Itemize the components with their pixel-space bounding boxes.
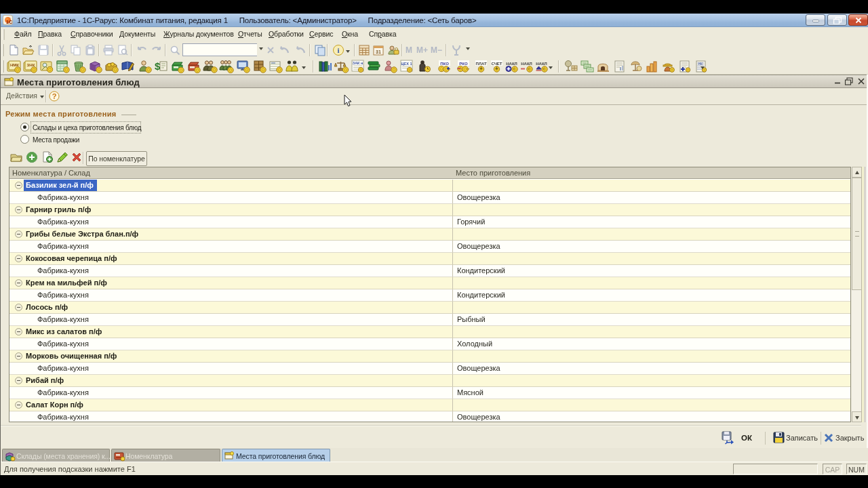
svg-text:НАКЛ: НАКЛ: [536, 62, 547, 66]
svg-text:СЧЕТ: СЧЕТ: [491, 62, 502, 66]
svg-text:ПЛАТ: ПЛАТ: [475, 62, 487, 66]
svg-text:ПКО: ПКО: [440, 62, 449, 66]
svg-text:$: $: [155, 60, 161, 72]
svg-text:НАКЛ: НАКЛ: [521, 62, 532, 66]
svg-text:31: 31: [376, 49, 381, 54]
svg-text:ЗНК: ЗНК: [27, 63, 35, 67]
svg-text:ЗАК н: ЗАК н: [353, 61, 363, 65]
svg-text:НК: НК: [698, 62, 703, 66]
svg-text:i: i: [337, 46, 339, 54]
svg-text:НАКЛ: НАКЛ: [506, 62, 517, 66]
svg-text:ЦЕХ 1: ЦЕХ 1: [401, 62, 412, 66]
svg-text:?: ?: [52, 92, 57, 100]
svg-text:РКО: РКО: [459, 62, 468, 66]
svg-text:НМК: НМК: [10, 63, 19, 67]
